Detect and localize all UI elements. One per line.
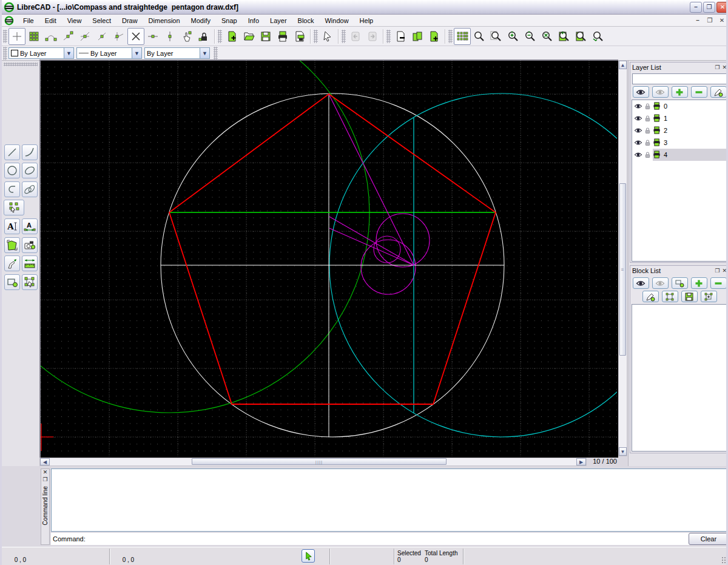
measure-distance-button[interactable]: [22, 255, 38, 271]
zoom-redraw-button[interactable]: [471, 28, 488, 45]
minimize-button[interactable]: –: [690, 2, 702, 13]
linetype-combo[interactable]: By Layer ▼: [76, 47, 142, 59]
layer-visibility-icon[interactable]: [634, 126, 642, 135]
edit-block-attributes-button[interactable]: [642, 291, 659, 302]
chevron-down-icon[interactable]: ▼: [200, 48, 209, 58]
scroll-right-button[interactable]: ▶: [576, 458, 586, 465]
lock-icon[interactable]: [644, 151, 652, 159]
snap-free-button[interactable]: [8, 28, 25, 45]
close-panel-icon[interactable]: ✕: [722, 64, 727, 70]
draw-hatch-button[interactable]: [4, 237, 20, 253]
add-block-button[interactable]: [691, 277, 707, 289]
float-panel-icon[interactable]: ❐: [715, 268, 720, 274]
snap-middle-button[interactable]: [93, 28, 110, 45]
scroll-up-button[interactable]: ▲: [619, 61, 627, 69]
restrict-orthogonal-button[interactable]: [178, 28, 195, 45]
view-next-button[interactable]: [364, 28, 381, 45]
lock-relative-zero-button[interactable]: [195, 28, 212, 45]
close-panel-icon[interactable]: ✕: [722, 268, 727, 274]
pointer-button[interactable]: [319, 28, 336, 45]
clear-button[interactable]: Clear: [689, 533, 728, 545]
layer-visibility-icon[interactable]: [634, 151, 642, 159]
draw-spline-button[interactable]: [22, 181, 38, 197]
grid-toggle-button[interactable]: [454, 28, 471, 45]
file-new-button[interactable]: [223, 28, 240, 45]
close-button[interactable]: ✕: [716, 2, 728, 13]
zoom-in-button[interactable]: [505, 28, 522, 45]
menu-file[interactable]: File: [18, 16, 39, 25]
chevron-down-icon[interactable]: ▼: [64, 48, 73, 58]
menu-layer[interactable]: Layer: [265, 16, 292, 25]
toolbar-drag-handle[interactable]: [3, 47, 7, 60]
mdi-close-button[interactable]: ✕: [718, 16, 726, 24]
print-icon[interactable]: [653, 151, 662, 160]
print-icon[interactable]: [653, 102, 662, 111]
menu-info[interactable]: Info: [243, 16, 265, 25]
file-print-button[interactable]: [274, 28, 291, 45]
vertical-scroll-thumb[interactable]: ≡: [619, 183, 626, 356]
remove-block-button[interactable]: [710, 277, 727, 289]
print-preview-button[interactable]: [291, 28, 308, 45]
draw-text-button[interactable]: A: [4, 218, 20, 234]
chevron-down-icon[interactable]: ▼: [132, 48, 141, 58]
draw-line-button[interactable]: [4, 144, 20, 160]
vertical-scrollbar[interactable]: ▲ ≡ ▼: [618, 60, 627, 456]
snap-intersection-auto-button[interactable]: [110, 28, 127, 45]
select-points-button[interactable]: [4, 200, 24, 215]
color-combo[interactable]: By Layer ▼: [8, 47, 74, 59]
toolbar-drag-handle[interactable]: [3, 30, 7, 43]
hide-all-blocks-button[interactable]: [652, 277, 669, 289]
snap-vertical-button[interactable]: [161, 28, 178, 45]
lock-icon[interactable]: [644, 139, 652, 147]
horizontal-scrollbar[interactable]: ◀ |||| ▶: [39, 458, 587, 466]
add-layer-button[interactable]: [672, 86, 688, 98]
layer-row-1[interactable]: 1: [632, 112, 727, 124]
zoom-page-button[interactable]: [573, 28, 590, 45]
insert-block-button[interactable]: [701, 291, 717, 302]
create-block-button[interactable]: [4, 274, 20, 290]
zoom-out-button[interactable]: [522, 28, 539, 45]
float-dock-icon[interactable]: ❐: [42, 476, 47, 484]
menu-help[interactable]: Help: [354, 16, 379, 25]
show-all-blocks-button[interactable]: [633, 277, 649, 289]
close-dock-icon[interactable]: ✕: [43, 469, 48, 476]
draw-dimension-button[interactable]: A: [22, 218, 38, 234]
edit-copy-button[interactable]: [409, 28, 426, 45]
toolbar-drag-handle[interactable]: [314, 30, 318, 43]
menu-snap[interactable]: Snap: [216, 16, 243, 25]
menu-dimension[interactable]: Dimension: [143, 16, 186, 25]
menu-modify[interactable]: Modify: [186, 16, 216, 25]
menu-edit[interactable]: Edit: [39, 16, 62, 25]
horizontal-scroll-thumb[interactable]: ||||: [192, 458, 447, 465]
scroll-left-button[interactable]: ◀: [40, 458, 50, 465]
snap-center-button[interactable]: [76, 28, 93, 45]
mdi-restore-button[interactable]: ❐: [706, 16, 714, 24]
command-input[interactable]: [89, 534, 686, 544]
layer-visibility-icon[interactable]: [634, 102, 642, 110]
draw-arc-button[interactable]: [22, 144, 38, 160]
layer-row-4[interactable]: 4: [632, 149, 727, 161]
command-history[interactable]: [51, 469, 728, 532]
toggle-block-button[interactable]: [672, 277, 688, 289]
toolbar-drag-handle[interactable]: [218, 30, 222, 43]
toolbar-drag-handle[interactable]: [386, 30, 391, 43]
layer-visibility-icon[interactable]: [634, 138, 642, 147]
menu-draw[interactable]: Draw: [116, 16, 143, 25]
menu-window[interactable]: Window: [319, 16, 354, 25]
modify-move-button[interactable]: [4, 255, 20, 271]
layer-row-3[interactable]: 3: [632, 137, 727, 149]
zoom-auto-button[interactable]: [488, 28, 505, 45]
layer-row-2[interactable]: 2: [632, 124, 727, 137]
view-previous-button[interactable]: [347, 28, 364, 45]
edit-cut-button[interactable]: [392, 28, 409, 45]
toolbar-drag-handle[interactable]: [214, 47, 218, 60]
menu-view[interactable]: View: [62, 16, 87, 25]
remove-layer-button[interactable]: [691, 86, 707, 98]
snap-intersection-button[interactable]: [127, 28, 144, 45]
layer-row-0[interactable]: 0: [632, 100, 727, 112]
edit-layer-button[interactable]: [710, 86, 727, 98]
file-open-button[interactable]: [240, 28, 257, 45]
toolbar-drag-handle[interactable]: [448, 30, 453, 43]
mdi-minimize-button[interactable]: –: [693, 16, 702, 24]
draw-polyline-button[interactable]: [4, 181, 20, 197]
